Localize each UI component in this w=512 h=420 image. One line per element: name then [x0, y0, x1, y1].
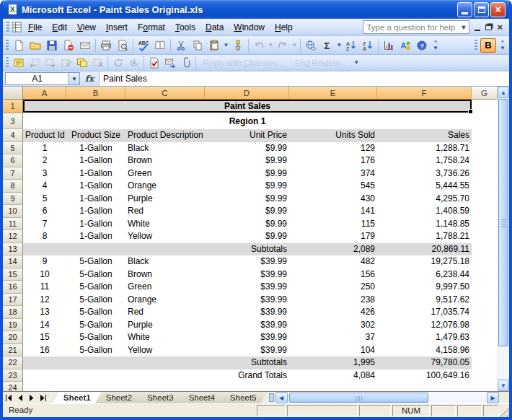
row-header-13[interactable]: 13: [3, 243, 23, 256]
previous-sheet-button[interactable]: [14, 392, 26, 403]
cell-C20[interactable]: White: [125, 331, 205, 344]
cell-E8[interactable]: 545: [289, 180, 377, 193]
cell-A13[interactable]: [23, 243, 66, 256]
cell-A14[interactable]: 9: [23, 255, 66, 268]
cell-C10[interactable]: Red: [125, 205, 205, 218]
cell-B19[interactable]: 5-Gallon: [66, 319, 125, 332]
scroll-up-icon[interactable]: ▲: [498, 87, 509, 98]
cell-F18[interactable]: 17,035.74: [377, 306, 472, 319]
name-box[interactable]: A1: [5, 72, 69, 85]
cell-E4[interactable]: Units Sold: [289, 129, 377, 142]
cell-a1-selected-title[interactable]: Paint Sales: [23, 100, 472, 113]
cell-F15[interactable]: 6,238.44: [377, 268, 472, 281]
vertical-scroll-track[interactable]: [498, 98, 509, 380]
row-header-3[interactable]: 3: [3, 114, 23, 129]
cell-E6[interactable]: 176: [289, 154, 377, 167]
cut-button[interactable]: [173, 38, 189, 53]
question-box[interactable]: Type a question for help ▼: [363, 20, 469, 34]
cell-C8[interactable]: Orange: [125, 180, 205, 193]
scroll-left-icon[interactable]: ◀: [275, 392, 288, 403]
cell-D22[interactable]: Subtotals: [205, 356, 289, 369]
cell-region-title[interactable]: Region 1: [23, 114, 472, 129]
cell-C21[interactable]: Yellow: [125, 344, 205, 357]
scroll-down-icon[interactable]: ▼: [498, 380, 509, 391]
research-button[interactable]: [152, 38, 168, 53]
cell-D16[interactable]: $39.99: [205, 281, 289, 294]
cell-E10[interactable]: 141: [289, 205, 377, 218]
cell-D15[interactable]: $39.99: [205, 268, 289, 281]
workbook-close-icon[interactable]: ×: [497, 22, 503, 32]
first-sheet-button[interactable]: [3, 392, 14, 403]
cell-C17[interactable]: Orange: [125, 294, 205, 307]
menu-edit[interactable]: Edit: [47, 19, 72, 35]
horizontal-scroll-track[interactable]: [288, 392, 487, 403]
format-painter-button[interactable]: [230, 38, 246, 53]
last-sheet-button[interactable]: [37, 392, 49, 403]
end-review-button[interactable]: End Review...: [290, 58, 350, 67]
cell-C13[interactable]: [125, 243, 205, 256]
menu-view[interactable]: View: [72, 19, 101, 35]
sort-descending-button[interactable]: ZA: [360, 38, 376, 53]
column-header-g[interactable]: G: [472, 87, 498, 100]
cell-C6[interactable]: Brown: [125, 154, 205, 167]
cell-B11[interactable]: 1-Gallon: [66, 218, 125, 231]
cell-C4[interactable]: Product Description: [125, 129, 205, 142]
cell-F12[interactable]: 1,788.21: [377, 230, 472, 243]
cell-B4[interactable]: Product Size: [66, 129, 125, 142]
accept-change-button[interactable]: [110, 56, 125, 70]
cell-D7[interactable]: $9.99: [205, 167, 289, 180]
row-header-7[interactable]: 7: [3, 167, 23, 180]
cell-C7[interactable]: Green: [125, 167, 205, 180]
column-header-b[interactable]: B: [66, 87, 125, 100]
row-header-18[interactable]: 18: [3, 306, 23, 319]
minimize-button[interactable]: [457, 2, 472, 17]
workbook-restore-icon[interactable]: [485, 25, 492, 30]
cell-E14[interactable]: 482: [289, 255, 377, 268]
cell-F19[interactable]: 12,076.98: [377, 319, 472, 332]
cell-B12[interactable]: 1-Gallon: [66, 230, 125, 243]
cell-C19[interactable]: Purple: [125, 319, 205, 332]
sheet-tab-sheet1[interactable]: Sheet1: [53, 392, 102, 403]
cell-A18[interactable]: 13: [23, 306, 66, 319]
row-header-15[interactable]: 15: [3, 268, 23, 281]
cell-E15[interactable]: 156: [289, 268, 377, 281]
new-button[interactable]: [11, 38, 27, 53]
bold-button[interactable]: B: [480, 38, 496, 53]
mail-recipient-button[interactable]: [77, 38, 93, 53]
cell-C23[interactable]: [125, 369, 205, 382]
cell-B10[interactable]: 1-Gallon: [66, 205, 125, 218]
name-box-dropdown-icon[interactable]: ▼: [69, 72, 80, 85]
cell-B21[interactable]: 5-Gallon: [66, 344, 125, 357]
insert-function-icon[interactable]: fx: [80, 74, 99, 84]
cell-A23[interactable]: [23, 369, 66, 382]
maximize-button[interactable]: [474, 2, 489, 17]
cell-D6[interactable]: $9.99: [205, 154, 289, 167]
cell-B8[interactable]: 1-Gallon: [66, 180, 125, 193]
column-header-e[interactable]: E: [289, 87, 377, 100]
next-sheet-button[interactable]: [26, 392, 37, 403]
show-all-comments-button[interactable]: [74, 56, 89, 70]
cell-A20[interactable]: 15: [23, 331, 66, 344]
menu-format[interactable]: Format: [133, 19, 170, 35]
standard-toolbar-grip[interactable]: [6, 40, 9, 51]
row-header-6[interactable]: 6: [3, 154, 23, 167]
column-header-d[interactable]: D: [205, 87, 289, 100]
reviewing-toolbar-grip[interactable]: [6, 57, 9, 69]
redo-button[interactable]: [275, 38, 291, 53]
row-header-1[interactable]: 1: [3, 100, 23, 113]
column-header-a[interactable]: A: [23, 87, 66, 100]
cell-D9[interactable]: $9.99: [205, 193, 289, 206]
menubar-grip[interactable]: [6, 22, 9, 33]
formula-input[interactable]: Paint Sales: [99, 71, 509, 86]
menu-insert[interactable]: Insert: [101, 19, 133, 35]
reply-with-changes-button[interactable]: Reply with Changes...: [198, 58, 289, 67]
cell-E18[interactable]: 426: [289, 306, 377, 319]
send-to-mail-recipient-button[interactable]: [162, 56, 177, 70]
column-header-c[interactable]: C: [125, 87, 205, 100]
cell-E11[interactable]: 115: [289, 218, 377, 231]
menu-file[interactable]: File: [23, 19, 47, 35]
menu-help[interactable]: Help: [270, 19, 298, 35]
spelling-button[interactable]: ABC: [136, 38, 151, 53]
cell-D8[interactable]: $9.99: [205, 180, 289, 193]
cell-E21[interactable]: 104: [289, 344, 377, 357]
